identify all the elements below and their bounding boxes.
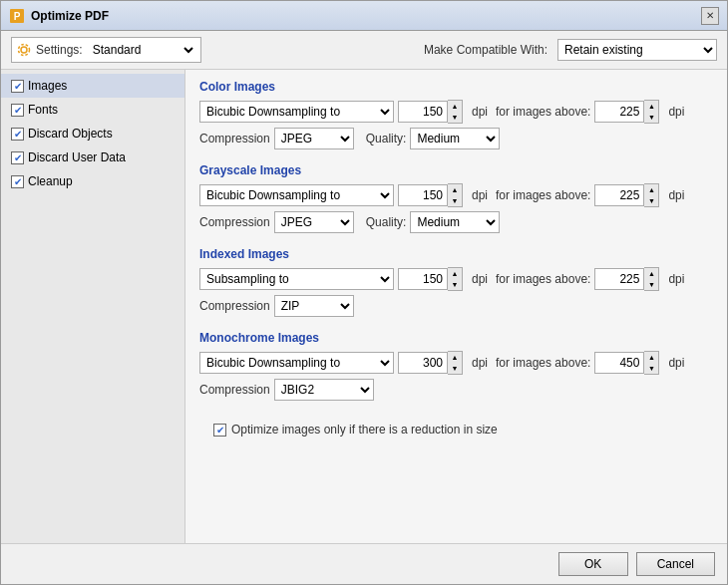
indexed-above-unit: dpi xyxy=(668,272,684,286)
optimize-row: ✔ Optimize images only if there is a red… xyxy=(199,415,713,440)
monochrome-above-spin-buttons: ▲ ▼ xyxy=(644,351,659,375)
indexed-above-spinner: 225 ▲ ▼ xyxy=(594,267,664,291)
monochrome-compression-label: Compression xyxy=(199,383,270,397)
svg-point-2 xyxy=(21,47,27,53)
grayscale-images-section: Grayscale Images Bicubic Downsampling to… xyxy=(199,163,713,233)
color-downsampling-select[interactable]: Bicubic Downsampling to xyxy=(199,101,394,123)
color-above-up[interactable]: ▲ xyxy=(644,101,658,112)
monochrome-dpi-down[interactable]: ▼ xyxy=(448,363,462,374)
svg-point-3 xyxy=(19,45,30,56)
indexed-above-up[interactable]: ▲ xyxy=(644,268,658,279)
grayscale-images-row1: Bicubic Downsampling to 150 ▲ ▼ dpi for … xyxy=(199,183,713,207)
sidebar-item-cleanup[interactable]: ✔ Cleanup xyxy=(1,169,184,193)
color-quality-select[interactable]: Medium xyxy=(410,128,500,149)
discard-objects-checkbox[interactable]: ✔ xyxy=(11,128,24,141)
color-dpi-up[interactable]: ▲ xyxy=(448,101,462,112)
fonts-checkbox[interactable]: ✔ xyxy=(11,104,24,117)
optimize-checkbox[interactable]: ✔ xyxy=(213,424,226,437)
close-button[interactable]: ✕ xyxy=(701,7,719,25)
dialog-icon: P xyxy=(9,8,25,24)
grayscale-dpi-up[interactable]: ▲ xyxy=(448,184,462,195)
sidebar-item-discard-objects[interactable]: ✔ Discard Objects xyxy=(1,122,184,146)
color-dpi-down[interactable]: ▼ xyxy=(448,112,462,123)
color-compression-label: Compression xyxy=(199,132,270,146)
cleanup-checkbox[interactable]: ✔ xyxy=(11,175,24,188)
color-dpi-spin-buttons: ▲ ▼ xyxy=(448,100,463,124)
monochrome-images-title: Monochrome Images xyxy=(199,331,713,345)
settings-select[interactable]: Standard xyxy=(87,39,196,61)
indexed-images-row1: Subsampling to 150 ▲ ▼ dpi for images ab… xyxy=(199,267,713,291)
grayscale-downsampling-select[interactable]: Bicubic Downsampling to xyxy=(199,184,394,206)
indexed-dpi-up[interactable]: ▲ xyxy=(448,268,462,279)
monochrome-dpi-input[interactable]: 300 xyxy=(398,352,448,374)
images-checkbox[interactable]: ✔ xyxy=(11,80,24,93)
color-images-title: Color Images xyxy=(199,80,713,94)
monochrome-dpi-spinner: 300 ▲ ▼ xyxy=(398,351,468,375)
color-compression-select[interactable]: JPEG xyxy=(274,128,354,149)
monochrome-dpi-spin-buttons: ▲ ▼ xyxy=(448,351,463,375)
indexed-dpi-spinner: 150 ▲ ▼ xyxy=(398,267,468,291)
cancel-button[interactable]: Cancel xyxy=(636,552,715,576)
indexed-downsampling-select[interactable]: Subsampling to xyxy=(199,268,394,290)
color-dpi-unit: dpi xyxy=(472,105,488,119)
indexed-compression-select[interactable]: ZIP xyxy=(274,295,354,317)
settings-wrapper: Settings: Standard xyxy=(11,37,201,63)
monochrome-images-row2: Compression JBIG2 xyxy=(199,379,713,401)
sidebar-item-images[interactable]: ✔ Images xyxy=(1,74,184,98)
color-dpi-input[interactable]: 150 xyxy=(398,101,448,123)
footer: OK Cancel xyxy=(1,543,727,584)
dialog-title: Optimize PDF xyxy=(31,9,109,23)
indexed-above-input[interactable]: 225 xyxy=(594,268,644,290)
settings-gear-icon xyxy=(16,42,32,58)
sidebar: ✔ Images ✔ Fonts ✔ Discard Objects ✔ Dis… xyxy=(1,70,185,543)
compat-select[interactable]: Retain existing xyxy=(557,39,717,61)
grayscale-compression-select[interactable]: JPEG xyxy=(274,211,354,233)
color-images-section: Color Images Bicubic Downsampling to 150… xyxy=(199,80,713,149)
grayscale-compression-label: Compression xyxy=(199,215,270,229)
indexed-above-spin-buttons: ▲ ▼ xyxy=(644,267,659,291)
monochrome-dpi-unit: dpi xyxy=(472,356,488,370)
grayscale-above-up[interactable]: ▲ xyxy=(644,184,658,195)
sidebar-item-discard-user-data[interactable]: ✔ Discard User Data xyxy=(1,146,184,169)
monochrome-above-input[interactable]: 450 xyxy=(594,352,644,374)
color-above-input[interactable]: 225 xyxy=(594,101,644,123)
monochrome-dpi-up[interactable]: ▲ xyxy=(448,352,462,363)
color-above-unit: dpi xyxy=(668,105,684,119)
optimize-label: Optimize images only if there is a reduc… xyxy=(231,423,498,437)
sidebar-item-fonts[interactable]: ✔ Fonts xyxy=(1,98,184,122)
grayscale-above-spinner: 225 ▲ ▼ xyxy=(594,183,664,207)
monochrome-above-down[interactable]: ▼ xyxy=(644,363,658,374)
monochrome-above-up[interactable]: ▲ xyxy=(644,352,658,363)
color-above-down[interactable]: ▼ xyxy=(644,112,658,123)
grayscale-dpi-input[interactable]: 150 xyxy=(398,184,448,206)
main-content: ✔ Images ✔ Fonts ✔ Discard Objects ✔ Dis… xyxy=(1,70,727,543)
indexed-above-down[interactable]: ▼ xyxy=(644,279,658,290)
indexed-dpi-spin-buttons: ▲ ▼ xyxy=(448,267,463,291)
grayscale-above-input[interactable]: 225 xyxy=(594,184,644,206)
monochrome-images-section: Monochrome Images Bicubic Downsampling t… xyxy=(199,331,713,401)
grayscale-above-down[interactable]: ▼ xyxy=(644,195,658,206)
monochrome-compression-select[interactable]: JBIG2 xyxy=(274,379,374,401)
sidebar-item-discard-objects-label: Discard Objects xyxy=(28,127,113,141)
monochrome-images-above-label: for images above: xyxy=(496,356,590,370)
indexed-dpi-input[interactable]: 150 xyxy=(398,268,448,290)
grayscale-quality-select[interactable]: Medium xyxy=(410,211,500,233)
grayscale-quality-label: Quality: xyxy=(366,215,407,229)
grayscale-dpi-down[interactable]: ▼ xyxy=(448,195,462,206)
monochrome-downsampling-select[interactable]: Bicubic Downsampling to xyxy=(199,352,394,374)
color-images-row2: Compression JPEG Quality: Medium xyxy=(199,128,713,149)
indexed-images-above-label: for images above: xyxy=(496,272,590,286)
monochrome-images-row1: Bicubic Downsampling to 300 ▲ ▼ dpi for … xyxy=(199,351,713,375)
ok-button[interactable]: OK xyxy=(558,552,628,576)
monochrome-above-spinner: 450 ▲ ▼ xyxy=(594,351,664,375)
discard-user-data-checkbox[interactable]: ✔ xyxy=(11,151,24,164)
optimize-pdf-dialog: P Optimize PDF ✕ Settings: Standard Make… xyxy=(0,0,728,585)
color-above-spin-buttons: ▲ ▼ xyxy=(644,100,659,124)
indexed-dpi-down[interactable]: ▼ xyxy=(448,279,462,290)
settings-label: Settings: xyxy=(36,43,83,57)
sidebar-item-images-label: Images xyxy=(28,79,67,93)
color-dpi-spinner: 150 ▲ ▼ xyxy=(398,100,468,124)
grayscale-above-spin-buttons: ▲ ▼ xyxy=(644,183,659,207)
images-panel: Color Images Bicubic Downsampling to 150… xyxy=(185,70,727,543)
indexed-images-row2: Compression ZIP xyxy=(199,295,713,317)
